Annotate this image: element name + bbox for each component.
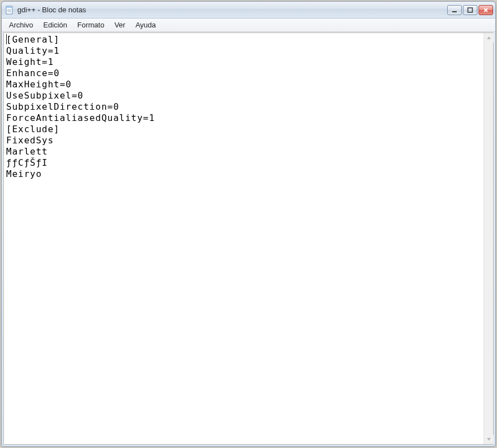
close-button[interactable] <box>479 5 493 15</box>
text-cursor <box>6 34 7 44</box>
maximize-button[interactable] <box>463 5 477 15</box>
scroll-down-arrow-icon[interactable] <box>484 435 494 444</box>
scroll-track[interactable] <box>484 43 493 435</box>
window-title: gdi++ - Bloc de notas <box>17 6 447 14</box>
menu-formato[interactable]: Formato <box>72 19 109 31</box>
minimize-button[interactable] <box>447 5 462 15</box>
scroll-up-arrow-icon[interactable] <box>484 33 494 43</box>
app-window: gdi++ - Bloc de notas Archivo Edición Fo… <box>1 1 496 447</box>
window-controls <box>447 5 493 15</box>
menu-edicion[interactable]: Edición <box>38 19 72 31</box>
menu-ayuda[interactable]: Ayuda <box>130 19 161 31</box>
svg-rect-6 <box>468 8 472 12</box>
menu-ver[interactable]: Ver <box>109 19 130 31</box>
menubar: Archivo Edición Formato Ver Ayuda <box>2 18 495 32</box>
svg-marker-9 <box>487 36 491 39</box>
text-editor[interactable]: [General] Quality=1 Weight=1 Enhance=0 M… <box>4 33 484 444</box>
svg-rect-5 <box>452 11 457 12</box>
svg-rect-1 <box>6 6 12 8</box>
editor-container: [General] Quality=1 Weight=1 Enhance=0 M… <box>3 32 494 445</box>
titlebar[interactable]: gdi++ - Bloc de notas <box>2 2 495 18</box>
notepad-icon <box>5 6 14 15</box>
menu-archivo[interactable]: Archivo <box>4 19 38 31</box>
vertical-scrollbar[interactable] <box>484 33 493 444</box>
svg-marker-10 <box>487 438 491 441</box>
